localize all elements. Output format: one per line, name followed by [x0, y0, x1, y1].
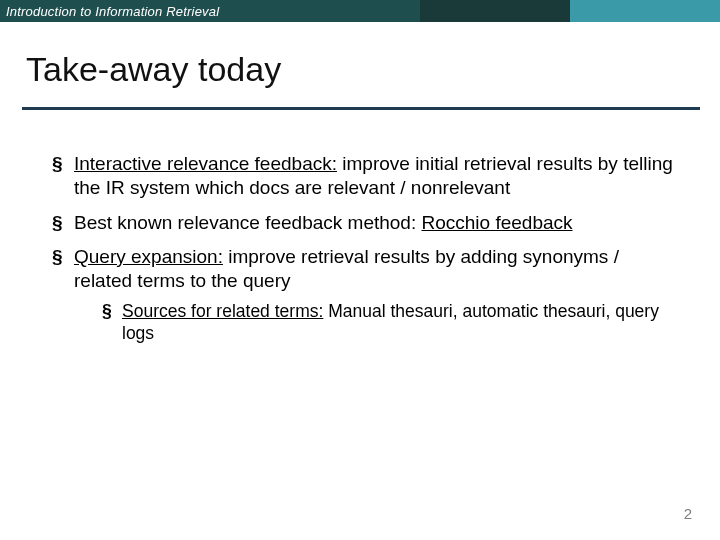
header-accent-dark: [420, 0, 570, 22]
header-bar: Introduction to Information Retrieval: [0, 0, 720, 22]
bullet-item: Query expansion: improve retrieval resul…: [52, 245, 674, 344]
sub-bullet-item: Sources for related terms: Manual thesau…: [102, 300, 674, 345]
course-title: Introduction to Information Retrieval: [0, 0, 420, 22]
sub-bullet-lead: Sources for related terms:: [122, 301, 323, 321]
bullet-lead: Query expansion:: [74, 246, 223, 267]
bullet-item: Interactive relevance feedback: improve …: [52, 152, 674, 201]
bullet-lead: Interactive relevance feedback:: [74, 153, 337, 174]
bullet-lead: Rocchio feedback: [421, 212, 572, 233]
bullet-item: Best known relevance feedback method: Ro…: [52, 211, 674, 235]
page-number: 2: [684, 505, 692, 522]
slide-body: Interactive relevance feedback: improve …: [0, 110, 720, 344]
header-accent-teal: [570, 0, 720, 22]
slide-title: Take-away today: [26, 50, 700, 89]
bullet-pre: Best known relevance feedback method:: [74, 212, 421, 233]
